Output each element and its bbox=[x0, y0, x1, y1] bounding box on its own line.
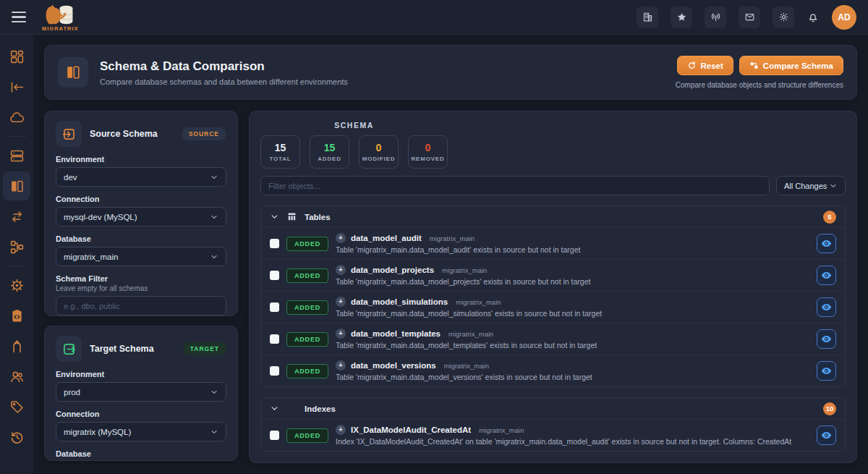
row-checkbox[interactable] bbox=[270, 239, 279, 248]
view-details-button[interactable] bbox=[817, 234, 836, 253]
source-connection-label: Connection bbox=[56, 195, 226, 203]
group-title: Indexes bbox=[305, 405, 336, 413]
sidebar-item-history[interactable] bbox=[3, 423, 30, 452]
user-avatar[interactable]: AD bbox=[832, 5, 856, 30]
diff-row: ADDED+data_model_auditmigratrix_mainTabl… bbox=[261, 227, 845, 259]
compare-schema-button[interactable]: Compare Schema bbox=[739, 56, 843, 75]
view-details-button[interactable] bbox=[817, 426, 836, 445]
status-badge: ADDED bbox=[286, 268, 328, 283]
eye-icon bbox=[820, 429, 833, 441]
schema-filter-input[interactable] bbox=[56, 296, 226, 316]
view-details-button[interactable] bbox=[817, 297, 836, 317]
messages-button[interactable] bbox=[739, 7, 760, 28]
object-schema: migratrix_main bbox=[430, 234, 475, 242]
sidebar-divider bbox=[7, 136, 27, 137]
chevron-down-icon bbox=[210, 388, 218, 397]
refresh-icon bbox=[687, 61, 697, 70]
group-header-indexes[interactable]: Indexes10 bbox=[261, 398, 845, 419]
view-details-button[interactable] bbox=[817, 266, 836, 285]
sidebar-item-servers[interactable] bbox=[3, 141, 30, 170]
pipeline-icon bbox=[9, 240, 25, 255]
schema-compare-icon bbox=[9, 179, 25, 194]
menu-toggle-button[interactable] bbox=[12, 9, 30, 25]
chevron-down-icon bbox=[829, 182, 838, 190]
horse-database-logo-icon bbox=[42, 4, 78, 28]
brand-logo[interactable]: MIGRATRIX bbox=[42, 4, 79, 32]
sidebar-item-merge[interactable] bbox=[3, 331, 30, 360]
broadcast-icon bbox=[710, 12, 721, 22]
stat-value: 15 bbox=[324, 142, 336, 153]
organization-button[interactable] bbox=[637, 7, 658, 28]
object-description: Table 'migratrix_main.data_model_templat… bbox=[336, 341, 597, 350]
sidebar-divider bbox=[7, 266, 27, 266]
sidebar-item-migration[interactable] bbox=[3, 72, 30, 101]
tags-icon bbox=[9, 399, 25, 415]
sidebar-item-users[interactable] bbox=[3, 362, 30, 391]
changes-filter-select[interactable]: All Changes bbox=[776, 176, 846, 195]
eye-icon bbox=[820, 301, 833, 313]
sidebar-item-pipeline[interactable] bbox=[3, 232, 30, 261]
row-checkbox[interactable] bbox=[270, 302, 279, 312]
theme-button[interactable] bbox=[773, 7, 794, 28]
diff-row: ADDED+IX_DataModelAudit_CreatedAtmigratr… bbox=[261, 419, 845, 451]
reset-button[interactable]: Reset bbox=[677, 56, 733, 75]
row-content: +data_model_versionsmigratrix_mainTable … bbox=[336, 360, 592, 381]
group-header-tables[interactable]: Tables5 bbox=[261, 206, 845, 227]
notifications-bell-icon[interactable] bbox=[807, 11, 820, 24]
brand-name: MIGRATRIX bbox=[42, 25, 79, 32]
object-schema: migratrix_main bbox=[479, 426, 524, 434]
group-count-badge: 5 bbox=[823, 211, 836, 224]
sidebar-item-scripts[interactable] bbox=[3, 301, 30, 330]
stat-label: REMOVED bbox=[411, 156, 444, 162]
source-schema-panel: Source Schema SOURCE Environment dev Con… bbox=[44, 111, 238, 316]
source-connection-select[interactable]: mysql-dev (MySQL) bbox=[56, 207, 226, 227]
comparison-results-panel: SCHEMA 15TOTAL15ADDED0MODIFIED0REMOVED A… bbox=[249, 111, 857, 463]
diff-row: ADDED+data_model_templatesmigratrix_main… bbox=[261, 323, 845, 355]
source-environment-label: Environment bbox=[56, 155, 226, 164]
filter-objects-input[interactable] bbox=[260, 176, 770, 195]
object-schema: migratrix_main bbox=[456, 298, 501, 306]
stats-row: 15TOTAL15ADDED0MODIFIED0REMOVED bbox=[260, 135, 448, 169]
history-icon bbox=[9, 430, 25, 445]
object-name: IX_DataModelAudit_CreatedAt bbox=[351, 426, 471, 434]
eye-icon bbox=[820, 237, 833, 250]
group-count-badge: 10 bbox=[823, 402, 836, 415]
source-database-select[interactable]: migratrix_main bbox=[56, 247, 226, 266]
target-environment-label: Environment bbox=[56, 370, 226, 378]
schema-flow-icon bbox=[749, 61, 759, 70]
view-details-button[interactable] bbox=[817, 329, 836, 349]
row-checkbox[interactable] bbox=[270, 431, 279, 440]
sidebar bbox=[0, 35, 33, 474]
chevron-down-icon bbox=[270, 404, 279, 413]
sidebar-item-tags[interactable] bbox=[3, 392, 30, 421]
source-badge: SOURCE bbox=[182, 127, 226, 140]
row-checkbox[interactable] bbox=[270, 366, 279, 376]
row-checkbox[interactable] bbox=[270, 271, 279, 280]
target-connection-select[interactable]: migratrix (MySQL) bbox=[56, 422, 226, 441]
page-header: Schema & Data Comparison Compare databas… bbox=[44, 45, 857, 100]
sidebar-item-dashboard[interactable] bbox=[3, 42, 30, 71]
sidebar-item-sync[interactable] bbox=[3, 202, 30, 231]
plus-circle-icon: + bbox=[336, 265, 346, 275]
plus-circle-icon: + bbox=[336, 233, 346, 243]
object-name: data_model_templates bbox=[351, 329, 441, 338]
stat-label: MODIFIED bbox=[362, 156, 396, 162]
sidebar-item-cloud[interactable] bbox=[3, 103, 30, 132]
source-database-label: Database bbox=[56, 234, 226, 243]
stat-value: 0 bbox=[376, 142, 382, 153]
source-environment-select[interactable]: dev bbox=[56, 167, 226, 187]
view-details-button[interactable] bbox=[817, 361, 836, 381]
stat-card-modified: 0MODIFIED bbox=[359, 135, 399, 169]
sidebar-item-settings[interactable] bbox=[3, 271, 30, 300]
migration-icon bbox=[9, 80, 25, 95]
favorites-button[interactable] bbox=[671, 7, 692, 28]
messages-icon bbox=[744, 12, 755, 22]
target-environment-select[interactable]: prod bbox=[56, 382, 226, 402]
table-icon bbox=[286, 211, 297, 222]
broadcast-button[interactable] bbox=[705, 7, 726, 28]
diff-group-indexes: Indexes10ADDED+IX_DataModelAudit_Created… bbox=[260, 397, 846, 452]
sidebar-item-schema-compare[interactable] bbox=[3, 172, 30, 200]
chevron-down-icon bbox=[210, 173, 218, 182]
servers-icon bbox=[9, 148, 25, 164]
row-checkbox[interactable] bbox=[270, 334, 279, 344]
